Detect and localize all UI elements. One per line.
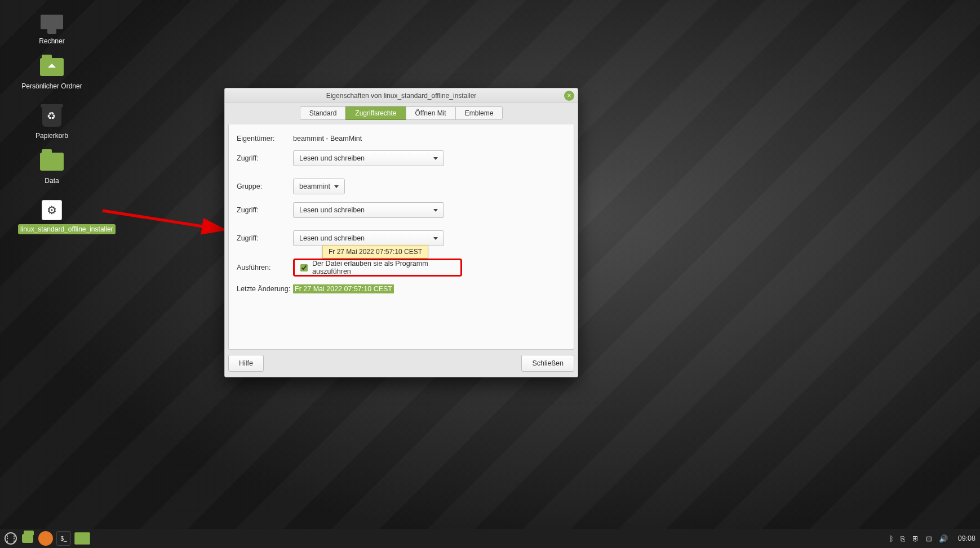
desktop-icon-label: Papierkorb (33, 131, 70, 141)
owner-access-label: Zugriff: (237, 154, 293, 162)
close-button[interactable]: Schließen (521, 355, 574, 372)
terminal-icon[interactable]: $_ (56, 531, 71, 546)
executable-file-icon: ⚙ (42, 200, 62, 220)
execute-highlight-box: Der Datei erlauben sie als Programm ausz… (293, 259, 462, 277)
desktop-icon-label: Data (42, 176, 61, 186)
execute-label: Ausführen: (237, 264, 293, 271)
bluetooth-icon[interactable]: ᛒ (889, 534, 894, 543)
dialog-tabs: Standard Zugriffsrechte Öffnen Mit Emble… (225, 103, 578, 124)
taskbar-clock[interactable]: 09:08 (958, 534, 975, 542)
owner-value: beammint - BeamMint (293, 135, 362, 142)
desktop-icon-trash[interactable]: Papierkorb (18, 105, 86, 141)
desktop-icon-label: Rechner (37, 36, 66, 46)
dialog-titlebar[interactable]: Eigenschaften von linux_standard_offline… (225, 88, 578, 103)
timestamp-tooltip: Fr 27 Mai 2022 07:57:10 CEST (322, 245, 428, 259)
others-access-value: Lesen und schreiben (299, 234, 365, 242)
others-access-label: Zugriff: (237, 234, 293, 242)
close-icon[interactable]: × (564, 91, 574, 101)
group-label: Gruppe: (237, 182, 293, 190)
desktop-icon-data[interactable]: Data (18, 150, 86, 186)
tab-emblems[interactable]: Embleme (455, 106, 503, 120)
properties-dialog: Eigenschaften von linux_standard_offline… (224, 88, 578, 377)
last-change-value: Fr 27 Mai 2022 07:57:10 CEST (293, 284, 394, 293)
network-icon[interactable]: ⊡ (926, 534, 932, 543)
owner-access-dropdown[interactable]: Lesen und schreiben (293, 150, 444, 166)
owner-label: Eigentümer: (237, 135, 293, 142)
help-button[interactable]: Hilfe (228, 355, 264, 372)
execute-checkbox[interactable] (300, 264, 308, 271)
start-menu-icon[interactable]: ⋮⋮ (5, 532, 17, 545)
computer-icon (41, 15, 63, 29)
shield-icon[interactable]: ⛨ (912, 534, 919, 543)
owner-access-value: Lesen und schreiben (299, 154, 365, 162)
group-dropdown[interactable]: beammint (293, 179, 345, 194)
group-access-dropdown[interactable]: Lesen und schreiben (293, 202, 444, 218)
tab-permissions[interactable]: Zugriffsrechte (345, 106, 406, 120)
desktop-icon-label: Persönlicher Ordner (19, 81, 84, 91)
update-manager-icon[interactable]: ⎘ (901, 534, 905, 543)
chevron-down-icon (334, 185, 339, 188)
dialog-content: Eigentümer: beammint - BeamMint Zugriff:… (228, 124, 574, 350)
chevron-down-icon (433, 237, 438, 240)
trash-icon (42, 106, 61, 127)
tab-standard[interactable]: Standard (300, 106, 347, 120)
others-access-dropdown[interactable]: Lesen und schreiben (293, 230, 444, 246)
dialog-footer: Hilfe Schließen (225, 353, 578, 377)
taskbar-active-window[interactable] (74, 532, 90, 545)
desktop-icon-home[interactable]: Persönlicher Ordner (18, 55, 86, 91)
dialog-title-text: Eigenschaften von linux_standard_offline… (326, 92, 477, 100)
folder-icon (40, 153, 64, 171)
chevron-down-icon (433, 209, 438, 212)
show-desktop-icon[interactable] (20, 531, 35, 546)
group-access-value: Lesen und schreiben (299, 206, 365, 214)
desktop-icon-label: linux_standard_offline_installer (18, 224, 116, 234)
execute-checkbox-label: Der Datei erlauben sie als Programm ausz… (312, 260, 455, 275)
desktop-icon-computer[interactable]: Rechner (18, 10, 86, 46)
chevron-down-icon (433, 157, 438, 160)
last-change-label: Letzte Änderung: (237, 285, 293, 293)
group-value: beammint (299, 182, 330, 190)
desktop-icon-installer[interactable]: ⚙ linux_standard_offline_installer (18, 198, 86, 234)
folder-icon (22, 534, 33, 543)
home-folder-icon (40, 58, 64, 76)
taskbar: ⋮⋮ $_ ᛒ ⎘ ⛨ ⊡ 🔊 09:08 (0, 529, 980, 548)
tab-open-with[interactable]: Öffnen Mit (406, 106, 456, 120)
volume-icon[interactable]: 🔊 (939, 534, 948, 543)
group-access-label: Zugriff: (237, 206, 293, 214)
firefox-icon[interactable] (38, 531, 53, 546)
